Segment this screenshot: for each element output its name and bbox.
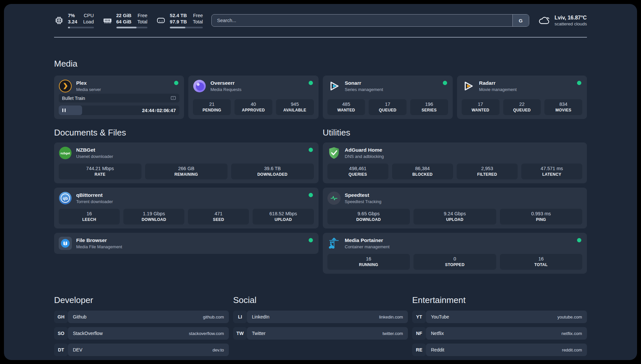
nzbget-card[interactable]: nzbget NZBGet Usenet downloader 744.21 M…	[54, 142, 319, 183]
link-name: Reddit	[431, 347, 562, 352]
system-metrics: 7% 3.24 CPU Load	[54, 13, 203, 28]
sonarr-title: Sonarr	[345, 80, 439, 86]
radarr-subtitle: Movie management	[479, 87, 573, 92]
section-title-entertainment: Entertainment	[412, 295, 587, 305]
search-bar: G	[211, 14, 529, 27]
stat-box: 16 RUNNING	[327, 254, 410, 270]
stat-box: 17 QUEUED	[369, 99, 407, 115]
link-tag: RE	[412, 344, 426, 356]
search-engine-button[interactable]: G	[512, 15, 529, 26]
utilities-column: Utilities AdGuard Home	[323, 119, 587, 278]
stat-box: 1.19 Gbps DOWNLOAD	[123, 209, 184, 225]
radarr-title: Radarr	[479, 80, 573, 86]
portainer-icon	[327, 237, 341, 250]
section-title-developer: Developer	[54, 295, 229, 305]
radarr-status-dot	[577, 81, 581, 85]
stat-box: 498,461 QUERIES	[327, 164, 388, 179]
section-title-social: Social	[233, 295, 408, 305]
link-linkedin[interactable]: LI LinkedIn linkedin.com	[233, 311, 408, 323]
link-url: dev.to	[213, 348, 224, 352]
link-tag: YT	[412, 311, 426, 323]
link-name: YouTube	[431, 314, 558, 319]
disk-icon	[156, 15, 166, 25]
adguard-card[interactable]: AdGuard Home DNS and adblocking 498,461 …	[323, 142, 587, 183]
sonarr-subtitle: Series management	[345, 87, 439, 92]
cpu-progress-bar	[68, 27, 94, 28]
speedtest-subtitle: Speedtest Tracking	[345, 199, 583, 204]
filebrowser-card[interactable]: File Browser Media File Management	[54, 233, 319, 254]
playback-progress: 24:44/02:06:47	[59, 106, 179, 115]
cpu-labels: CPU Load	[83, 13, 94, 25]
weather-location-temp: Lviv, 16.87°C	[555, 15, 587, 21]
memory-metric: 22 GiB 64 GiB Free Total	[103, 13, 148, 28]
media-cards-row: Plex Media server Bullet Train	[54, 76, 587, 119]
stat-box: 0 STOPPED	[413, 254, 496, 270]
sonarr-icon	[327, 79, 341, 93]
portainer-card[interactable]: Media Portainer Container management 16 …	[323, 233, 587, 274]
link-name: Twitter	[252, 331, 382, 336]
disk-labels: Free Total	[193, 13, 203, 25]
link-name: DEV	[73, 347, 213, 352]
link-url: reddit.com	[562, 348, 582, 352]
stat-box: 834 MOVIES	[544, 99, 582, 115]
stat-box: 47.571 ms LATENCY	[521, 164, 582, 179]
link-url: netflix.com	[562, 331, 582, 336]
stat-box: 485 WANTED	[327, 99, 365, 115]
overseerr-icon	[193, 79, 206, 93]
link-name: Netflix	[431, 331, 562, 336]
stat-box: 22 QUEUED	[503, 99, 541, 115]
link-twitter[interactable]: TW Twitter twitter.com	[233, 327, 408, 340]
section-title-documents: Documents & Files	[54, 128, 319, 138]
link-tag: NF	[412, 327, 426, 340]
speedtest-title: Speedtest	[345, 192, 583, 198]
link-stackoverflow[interactable]: SO StackOverflow stackoverflow.com	[54, 327, 229, 340]
section-title-utilities: Utilities	[323, 128, 587, 138]
link-url: linkedin.com	[379, 315, 403, 319]
plex-card[interactable]: Plex Media server Bullet Train	[54, 76, 184, 119]
disk-values: 52.4 TB 97.9 TB	[170, 13, 187, 25]
plex-status-dot	[174, 81, 178, 85]
disk-progress-bar	[170, 27, 203, 28]
link-reddit[interactable]: RE Reddit reddit.com	[412, 344, 587, 356]
link-github[interactable]: GH Github github.com	[54, 311, 229, 323]
overseerr-status-dot	[309, 81, 313, 85]
stat-box: 17 WANTED	[462, 99, 500, 115]
radarr-card[interactable]: Radarr Movie management 17 WANTED 22 QUE…	[457, 76, 587, 119]
stat-box: 16 TOTAL	[500, 254, 583, 270]
stat-box: 86,384 BLOCKED	[392, 164, 453, 179]
memory-values: 22 GiB 64 GiB	[116, 13, 132, 25]
tv-icon	[170, 96, 176, 101]
stat-box: 196 SERIES	[410, 99, 448, 115]
portainer-title: Media Portainer	[345, 237, 573, 243]
link-name: LinkedIn	[252, 314, 379, 319]
link-tag: SO	[54, 327, 68, 340]
link-url: github.com	[203, 315, 224, 319]
link-dev[interactable]: DT DEV dev.to	[54, 344, 229, 356]
qbittorrent-card[interactable]: qb qBittorrent Torrent downloader 16 LEE…	[54, 188, 319, 228]
link-youtube[interactable]: YT YouTube youtube.com	[412, 311, 587, 323]
stat-box: 0.993 ms PING	[500, 209, 583, 225]
overseerr-title: Overseerr	[210, 80, 304, 86]
stat-box: 2,953 FILTERED	[457, 164, 518, 179]
stat-box: 471 SEED	[188, 209, 249, 225]
stat-box: 40 APPROVED	[234, 99, 272, 115]
filebrowser-title: File Browser	[76, 237, 304, 243]
link-url: stackoverflow.com	[189, 331, 224, 336]
speedtest-card[interactable]: Speedtest Speedtest Tracking 9.65 Gbps D…	[323, 188, 587, 228]
sonarr-card[interactable]: Sonarr Series management 485 WANTED 17 Q…	[323, 76, 453, 119]
top-bar: 7% 3.24 CPU Load	[54, 4, 587, 38]
search-input[interactable]	[212, 15, 512, 26]
disk-metric: 52.4 TB 97.9 TB Free Total	[156, 13, 203, 28]
cloud-icon	[538, 15, 550, 25]
stat-box: 9.65 Gbps DOWNLOAD	[327, 209, 410, 225]
stat-box: 945 AVAILABLE	[276, 99, 314, 115]
overseerr-card[interactable]: Overseerr Media Requests 21 PENDING 40 A…	[188, 76, 318, 119]
social-links: Social LI LinkedIn linkedin.com TW Twitt…	[233, 295, 408, 360]
radarr-icon	[462, 79, 475, 93]
qbittorrent-subtitle: Torrent downloader	[76, 199, 304, 204]
memory-labels: Free Total	[137, 13, 147, 25]
memory-icon	[103, 15, 112, 25]
link-netflix[interactable]: NF Netflix netflix.com	[412, 327, 587, 340]
playback-time: 24:44/02:06:47	[142, 108, 176, 113]
speedtest-icon	[327, 192, 341, 205]
